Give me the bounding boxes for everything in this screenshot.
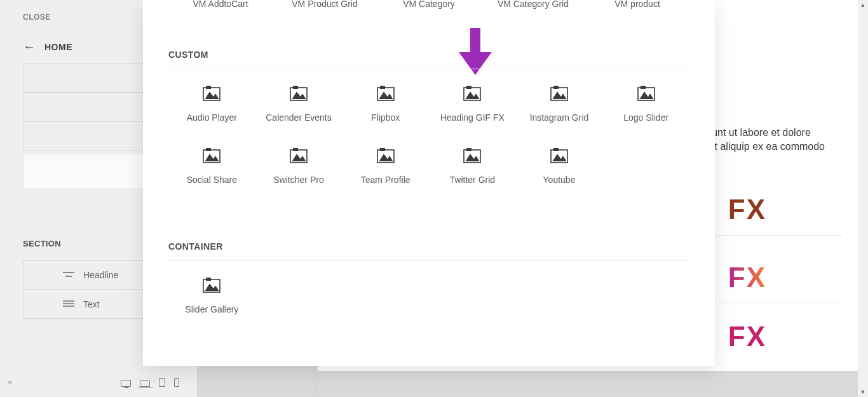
text-icon xyxy=(63,300,74,309)
image-icon xyxy=(463,86,481,101)
svg-rect-26 xyxy=(466,148,471,151)
element-calender-events[interactable]: Calender Events xyxy=(255,86,342,123)
element-library-modal: VM AddtoCart VM Product Grid VM Category… xyxy=(143,0,715,366)
group-title: CONTAINER xyxy=(168,241,689,261)
element-flipbox[interactable]: Flipbox xyxy=(342,86,429,123)
cell-label: Youtube xyxy=(543,175,576,185)
cell-label: Flipbox xyxy=(371,112,400,123)
arrow-left-icon: ← xyxy=(23,39,36,54)
image-icon xyxy=(377,86,395,101)
image-icon xyxy=(550,148,568,163)
cell-label: Switcher Pro xyxy=(273,175,323,185)
device-phone-icon[interactable] xyxy=(174,378,179,387)
svg-rect-14 xyxy=(466,86,471,89)
svg-rect-8 xyxy=(206,86,211,89)
app-root: CLOSE ← HOME –x– He SECTION xyxy=(0,0,868,397)
vm-item[interactable]: VM Product Grid xyxy=(273,0,377,9)
image-icon xyxy=(203,148,220,163)
image-icon xyxy=(203,278,220,293)
image-icon xyxy=(550,86,568,101)
element-social-share[interactable]: Social Share xyxy=(168,148,255,185)
cell-label: Team Profile xyxy=(361,175,410,185)
vm-item[interactable]: VM product xyxy=(585,0,689,9)
preview-lead-text: idunt ut labore et dolore i ut aliquip e… xyxy=(704,126,825,154)
close-button[interactable]: CLOSE xyxy=(23,13,51,22)
cell-label: Heading GIF FX xyxy=(440,112,505,123)
preview-fx-2: FX xyxy=(728,262,766,293)
cell-label: Audio Player xyxy=(187,112,237,123)
vm-row: VM AddtoCart VM Product Grid VM Category… xyxy=(168,0,689,9)
cell-label: Calender Events xyxy=(266,112,332,123)
vm-item[interactable]: VM Category xyxy=(377,0,481,9)
scroll-up-icon[interactable]: ▲ xyxy=(858,0,868,10)
scroll-down-icon[interactable]: ▼ xyxy=(858,387,868,397)
section-row-label: Text xyxy=(83,299,100,309)
group-container: CONTAINER Slider Gallery xyxy=(168,241,689,314)
page-scrollbar[interactable]: ▲ ▼ xyxy=(858,0,868,397)
group-title: CUSTOM xyxy=(168,50,689,69)
vm-item[interactable]: VM AddtoCart xyxy=(168,0,273,9)
element-audio-player[interactable]: Audio Player xyxy=(168,86,255,123)
element-heading-gif-fx[interactable]: Heading GIF FX xyxy=(429,86,516,123)
preview-fx-3: FX xyxy=(728,321,766,353)
svg-rect-28 xyxy=(553,148,559,151)
element-slider-gallery[interactable]: Slider Gallery xyxy=(168,278,255,314)
home-label: HOME xyxy=(44,42,72,52)
cell-label: Social Share xyxy=(187,175,237,185)
section-heading: SECTION xyxy=(23,239,61,248)
svg-rect-30 xyxy=(206,278,211,281)
collapse-sidebar-button[interactable]: « xyxy=(8,377,13,387)
cell-label: Instagram Grid xyxy=(530,112,589,123)
element-logo-slider[interactable]: Logo Slider xyxy=(602,86,689,123)
svg-rect-24 xyxy=(380,148,385,151)
image-icon xyxy=(203,86,220,101)
custom-grid: Audio Player Calender Events Flipbox Hea… xyxy=(168,86,689,185)
svg-rect-22 xyxy=(293,148,298,151)
group-custom: CUSTOM Audio Player Calender Events Flip… xyxy=(168,50,689,185)
device-tablet-icon[interactable] xyxy=(159,378,165,387)
device-switcher xyxy=(121,378,179,387)
image-icon xyxy=(637,86,655,101)
svg-rect-12 xyxy=(380,86,385,89)
svg-rect-18 xyxy=(641,86,646,89)
element-instagram-grid[interactable]: Instagram Grid xyxy=(516,86,603,123)
home-row[interactable]: ← HOME xyxy=(23,39,72,54)
device-laptop-icon[interactable] xyxy=(140,380,150,387)
section-row-label: Headline xyxy=(83,270,118,280)
element-youtube[interactable]: Youtube xyxy=(516,148,603,185)
element-switcher-pro[interactable]: Switcher Pro xyxy=(255,148,342,185)
preview-fx-1: FX xyxy=(728,194,766,225)
device-desktop-icon[interactable] xyxy=(121,380,131,387)
image-icon xyxy=(290,148,308,163)
resize-handle[interactable] xyxy=(313,378,317,396)
image-icon xyxy=(290,86,308,101)
element-twitter-grid[interactable]: Twitter Grid xyxy=(429,148,516,185)
vm-item[interactable]: VM Category Grid xyxy=(481,0,585,9)
image-icon xyxy=(377,148,395,163)
cell-label: Logo Slider xyxy=(623,112,668,123)
svg-rect-10 xyxy=(293,86,298,89)
svg-rect-16 xyxy=(553,86,559,89)
image-icon xyxy=(463,148,481,163)
element-team-profile[interactable]: Team Profile xyxy=(342,148,429,185)
headline-icon xyxy=(63,271,74,279)
svg-rect-20 xyxy=(206,148,211,151)
container-grid: Slider Gallery xyxy=(168,278,689,314)
cell-label: Twitter Grid xyxy=(450,175,496,185)
cell-label: Slider Gallery xyxy=(185,304,238,314)
